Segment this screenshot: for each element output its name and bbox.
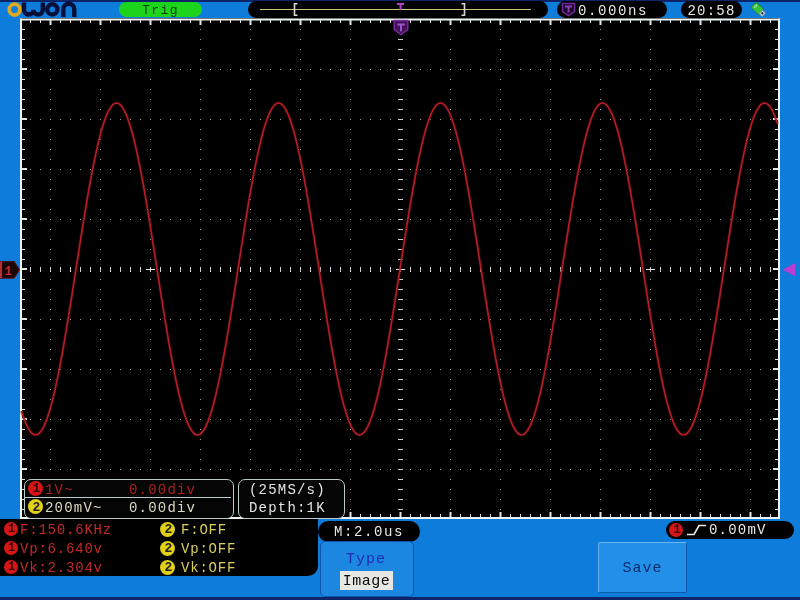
svg-text:1: 1 (5, 264, 13, 279)
